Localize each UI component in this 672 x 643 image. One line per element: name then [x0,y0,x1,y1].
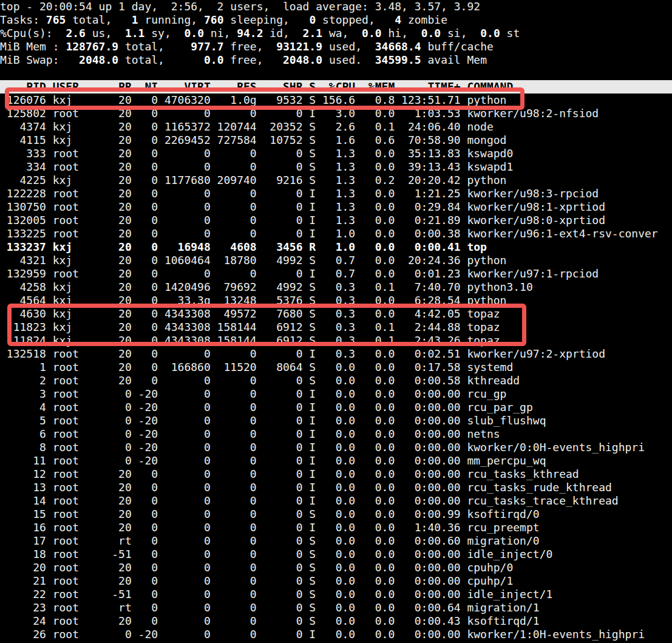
summary-value: 94.2 [237,27,263,39]
process-table-body: 126076 kxj 20 0 4706320 1.0g 9532 S 156.… [0,94,672,641]
summary-value: 1 [132,13,138,26]
process-row-133237: 133237 kxj 20 0 16948 4608 3456 R 1.0 0.… [0,240,672,254]
process-row-2: 2 root 20 0 0 0 0 S 0.0 0.0 0:00.58 kthr… [0,374,672,387]
summary-value: 2.1 [303,27,323,39]
process-row-3: 3 root 0 -20 0 0 0 I 0.0 0.0 0:00.00 rcu… [0,387,672,401]
summary-value: 0.0 [421,27,441,39]
process-row-133225: 133225 root 20 0 0 0 0 I 1.0 0.0 0:00.38… [0,227,672,240]
process-row-21: 21 root 20 0 0 0 0 S 0.0 0.0 0:00.00 cpu… [0,574,672,588]
process-row-4115: 4115 kxj 20 0 2269452 727584 10752 S 1.6… [0,134,672,147]
process-row-24: 24 root 20 0 0 0 0 S 0.0 0.0 0:00.43 kso… [0,614,672,628]
summary-label: buff/cache [421,40,494,53]
summary-value: 4 [395,13,401,26]
summary-value: 0 [309,13,316,26]
summary-label: total, [66,13,131,26]
summary-value: 0.0 [184,27,204,39]
summary-label: %Cpu(s): [0,27,66,39]
summary-label: st [500,27,520,39]
summary-label: total, [118,53,204,66]
process-row-333: 333 root 20 0 0 0 0 S 1.3 0.0 35:13.83 k… [0,147,672,160]
summary-label: MiB Swap: [0,53,79,66]
process-row-4: 4 root 0 -20 0 0 0 I 0.0 0.0 0:00.00 rcu… [0,401,672,414]
process-row-16: 16 root 20 0 0 0 0 I 0.0 0.0 1:40.36 rcu… [0,521,672,534]
terminal-screen[interactable]: top - 20:00:54 up 1 day, 2:56, 2 users, … [0,0,672,643]
summary-label: ni, [204,27,237,39]
summary-label: used. [322,53,375,66]
process-row-1: 1 root 20 0 166860 11520 8064 S 0.0 0.0 … [0,361,672,374]
summary-value: 0.0 [480,27,500,39]
process-row-15: 15 root 20 0 0 0 0 S 0.0 0.0 0:00.99 kso… [0,508,672,521]
process-row-20: 20 root 20 0 0 0 0 S 0.0 0.0 0:00.00 cpu… [0,561,672,574]
process-row-4321: 4321 kxj 20 0 1060464 18780 4992 S 0.7 0… [0,254,672,267]
blank-line [0,67,672,80]
summary-label: top - 20:00:54 up 1 day, 2:56, 2 users, … [0,0,480,13]
process-row-4630: 4630 kxj 20 0 4343308 49572 7680 S 0.3 0… [0,307,672,321]
process-row-18: 18 root -51 0 0 0 0 S 0.0 0.0 0:00.00 id… [0,548,672,561]
summary-label: used, [322,40,375,53]
summary-label: us, [86,27,125,39]
summary-line: %Cpu(s): 2.6 us, 1.1 sy, 0.0 ni, 94.2 id… [0,27,672,40]
summary-label: sy, [144,27,184,39]
summary-value: 1.1 [125,27,145,39]
summary-line: top - 20:00:54 up 1 day, 2:56, 2 users, … [0,0,672,13]
summary-value: 128767.9 [66,40,118,53]
summary-label: MiB Mem : [0,40,66,53]
process-row-5: 5 root 0 -20 0 0 0 I 0.0 0.0 0:00.00 slu… [0,414,672,427]
process-table-header: PID USER PR NI VIRT RES SHR S %CPU %MEM … [0,80,672,94]
summary-value: 0.0 [204,53,224,66]
summary-line: MiB Swap: 2048.0 total, 0.0 free, 2048.0… [0,53,672,67]
summary-value: 93121.9 [276,40,322,53]
process-row-4225: 4225 kxj 20 0 1177680 209740 9216 S 1.3 … [0,174,672,187]
summary-value: 34668.4 [375,40,421,53]
summary-value: 765 [46,13,66,26]
process-row-334: 334 root 20 0 0 0 0 S 1.3 0.0 39:13.43 k… [0,160,672,174]
summary-value: 0.0 [362,27,382,39]
process-row-26: 26 root 0 -20 0 0 0 I 0.0 0.0 0:00.00 kw… [0,628,672,641]
process-row-14: 14 root 20 0 0 0 0 I 0.0 0.0 0:00.00 rcu… [0,494,672,508]
summary-label: sleeping, [223,13,309,26]
summary-value: 34599.5 [375,53,421,66]
summary-line: Tasks: 765 total, 1 running, 760 sleepin… [0,13,672,27]
summary-label: avail Mem [421,53,487,66]
process-row-8: 8 root 0 -20 0 0 0 I 0.0 0.0 0:00.00 kwo… [0,441,672,454]
summary-label: free, [223,53,283,66]
summary-label: stopped, [316,13,395,26]
process-row-13: 13 root 20 0 0 0 0 I 0.0 0.0 0:00.00 rcu… [0,481,672,494]
summary-value: 2048.0 [283,53,322,66]
summary-label: id, [263,27,303,39]
process-row-6: 6 root 0 -20 0 0 0 I 0.0 0.0 0:00.00 net… [0,427,672,441]
summary-label: Tasks: [0,13,46,26]
process-row-4564: 4564 kxj 20 0 33.3g 13248 5376 S 0.3 0.0… [0,294,672,307]
process-row-11824: 11824 kxj 20 0 4343308 158144 6912 S 0.3… [0,334,672,347]
process-row-122228: 122228 root 20 0 0 0 0 I 1.3 0.0 1:21.25… [0,187,672,200]
summary-label: zombie [401,13,447,26]
summary-label: running, [138,13,204,26]
summary-value: 977.7 [191,40,223,53]
process-row-130750: 130750 root 20 0 0 0 0 I 1.3 0.0 0:29.84… [0,200,672,214]
summary-label: free, [223,40,276,53]
process-row-17: 17 root rt 0 0 0 0 S 0.0 0.0 0:00.60 mig… [0,534,672,548]
process-row-11823: 11823 kxj 20 0 4343308 158144 6912 S 0.3… [0,321,672,334]
process-row-132518: 132518 root 20 0 0 0 0 I 0.3 0.0 0:02.51… [0,347,672,361]
process-row-4258: 4258 kxj 20 0 1420496 79692 4992 S 0.3 0… [0,281,672,294]
top-summary: top - 20:00:54 up 1 day, 2:56, 2 users, … [0,0,672,67]
summary-label: wa, [322,27,362,39]
process-row-12: 12 root 20 0 0 0 0 I 0.0 0.0 0:00.00 rcu… [0,468,672,481]
summary-label: total, [118,40,191,53]
summary-value: 760 [204,13,224,26]
summary-value: 2.6 [66,27,86,39]
summary-label: si, [441,27,480,39]
process-row-4374: 4374 kxj 20 0 1165372 120744 20352 S 2.6… [0,120,672,134]
summary-value: 2048.0 [79,53,118,66]
process-row-132959: 132959 root 20 0 0 0 0 I 0.7 0.0 0:01.23… [0,267,672,281]
process-row-132005: 132005 root 20 0 0 0 0 I 1.3 0.0 0:21.89… [0,214,672,227]
process-row-23: 23 root rt 0 0 0 0 S 0.0 0.0 0:00.64 mig… [0,601,672,614]
summary-label: hi, [382,27,421,39]
process-row-22: 22 root -51 0 0 0 0 S 0.0 0.0 0:00.00 id… [0,588,672,601]
process-row-125802: 125802 root 20 0 0 0 0 I 3.0 0.0 1:03.53… [0,107,672,120]
process-row-126076: 126076 kxj 20 0 4706320 1.0g 9532 S 156.… [0,94,672,107]
process-row-11: 11 root 0 -20 0 0 0 I 0.0 0.0 0:00.00 mm… [0,454,672,468]
summary-line: MiB Mem : 128767.9 total, 977.7 free, 93… [0,40,672,53]
